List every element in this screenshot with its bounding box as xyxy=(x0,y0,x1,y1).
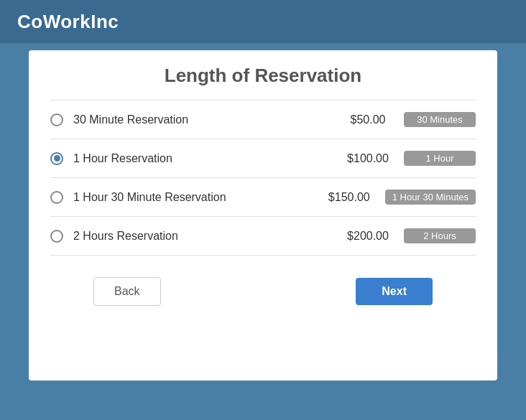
reservation-label-opt-1hr30min: 1 Hour 30 Minute Reservation xyxy=(73,191,313,204)
reservation-price-opt-1hr: $100.00 xyxy=(332,152,404,165)
radio-button-opt-2hr[interactable] xyxy=(50,230,63,243)
app-title: CoWorkInc xyxy=(17,11,119,33)
reservation-row[interactable]: 30 Minute Reservation$50.0030 Minutes xyxy=(50,100,476,139)
reservation-badge-opt-1hr30min: 1 Hour 30 Minutes xyxy=(385,190,476,205)
reservation-price-opt-1hr30min: $150.00 xyxy=(313,191,385,204)
radio-button-opt-1hr30min[interactable] xyxy=(50,191,63,204)
next-button[interactable]: Next xyxy=(356,278,433,305)
reservation-label-opt-1hr: 1 Hour Reservation xyxy=(73,152,332,165)
reservation-row[interactable]: 1 Hour 30 Minute Reservation$150.001 Hou… xyxy=(50,177,476,216)
reservation-options: 30 Minute Reservation$50.0030 Minutes1 H… xyxy=(50,100,476,256)
reservation-label-opt-2hr: 2 Hours Reservation xyxy=(73,230,332,243)
reservation-row[interactable]: 2 Hours Reservation$200.002 Hours xyxy=(50,216,476,256)
reservation-label-opt-30min: 30 Minute Reservation xyxy=(73,113,332,126)
radio-button-opt-30min[interactable] xyxy=(50,113,63,126)
main-card: Length of Reservation 30 Minute Reservat… xyxy=(29,50,497,381)
radio-button-opt-1hr[interactable] xyxy=(50,152,63,165)
button-row: Back Next xyxy=(50,277,476,306)
back-button[interactable]: Back xyxy=(93,277,161,306)
app-header: CoWorkInc xyxy=(0,0,526,43)
reservation-badge-opt-30min: 30 Minutes xyxy=(404,112,476,127)
reservation-row[interactable]: 1 Hour Reservation$100.001 Hour xyxy=(50,139,476,177)
card-title: Length of Reservation xyxy=(50,65,476,87)
reservation-price-opt-30min: $50.00 xyxy=(332,113,404,126)
reservation-price-opt-2hr: $200.00 xyxy=(332,230,404,243)
reservation-badge-opt-2hr: 2 Hours xyxy=(404,228,476,243)
reservation-badge-opt-1hr: 1 Hour xyxy=(404,151,476,166)
